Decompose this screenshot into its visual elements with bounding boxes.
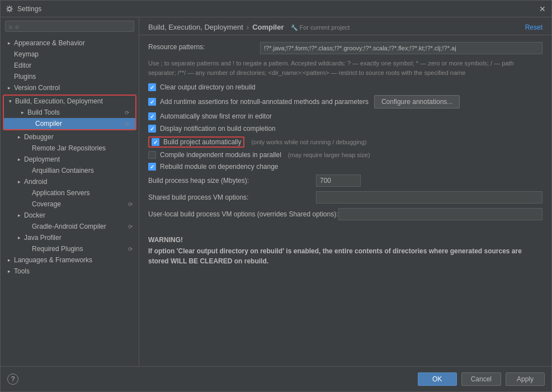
- warning-box: WARNING! If option 'Clear output directo…: [148, 232, 542, 271]
- sidebar-item-label: Application Servers: [32, 189, 134, 197]
- shared-vm-input[interactable]: [316, 191, 542, 204]
- sidebar-item-coverage[interactable]: Coverage ⟳: [1, 199, 139, 210]
- sidebar-item-label: Android: [24, 178, 134, 186]
- settings-icon: [5, 4, 14, 13]
- sync-icon-coverage: ⟳: [126, 200, 134, 208]
- tree-arrow-vc: [5, 84, 13, 92]
- configure-annotations-button[interactable]: Configure annotations...: [374, 95, 460, 108]
- cancel-button[interactable]: Cancel: [461, 372, 501, 386]
- sidebar-item-version-control[interactable]: Version Control: [1, 82, 139, 93]
- tree-arrow-android: [15, 178, 23, 186]
- rebuild-dependency-row: Rebuild module on dependency change: [148, 162, 542, 171]
- compile-parallel-row: Compile independent modules in parallel …: [148, 151, 542, 159]
- tree-view: Appearance & Behavior Keymap Editor Plug…: [1, 35, 139, 366]
- ok-button[interactable]: OK: [418, 372, 457, 386]
- tree-arrow-tools: [5, 267, 13, 275]
- sidebar-item-label: Gradle-Android Compiler: [32, 223, 126, 230]
- sidebar-item-app-servers[interactable]: Application Servers: [1, 187, 139, 199]
- sidebar-item-label: Languages & Frameworks: [14, 256, 134, 264]
- clear-output-label: Clear output directory on rebuild: [160, 83, 256, 91]
- sidebar-item-tools[interactable]: Tools: [1, 266, 139, 277]
- sidebar-item-appearance[interactable]: Appearance & Behavior: [1, 37, 139, 49]
- breadcrumb-current: Compiler: [252, 23, 284, 31]
- build-auto-checkbox[interactable]: [152, 138, 159, 146]
- footer: ? OK Cancel Apply: [1, 366, 551, 391]
- sidebar-item-compiler[interactable]: Compiler ⟳: [4, 118, 135, 129]
- tree-arrow-docker: [15, 211, 23, 219]
- display-notification-checkbox[interactable]: [148, 125, 156, 133]
- tree-arrow-deployment: [15, 155, 23, 163]
- heap-size-input[interactable]: [316, 174, 361, 187]
- search-box[interactable]: ⌕: [5, 21, 134, 32]
- help-text: Use ; to separate patterns and ! to nega…: [148, 59, 542, 77]
- build-auto-note: (only works while not running / debuggin…: [251, 139, 366, 145]
- sidebar-item-label: Editor: [14, 62, 134, 69]
- heap-size-label: Build process heap size (Mbytes):: [148, 177, 316, 185]
- user-vm-input[interactable]: [338, 208, 543, 220]
- sidebar-item-build-execution[interactable]: Build, Execution, Deployment: [4, 96, 135, 107]
- sidebar-item-label: Appearance & Behavior: [14, 39, 134, 47]
- sidebar-item-label: Arquillian Containers: [32, 167, 134, 174]
- rebuild-dependency-label: Rebuild module on dependency change: [160, 163, 279, 171]
- sidebar-item-editor[interactable]: Editor: [1, 60, 139, 71]
- sidebar-item-android[interactable]: Android: [1, 176, 139, 187]
- sidebar-item-remote-jar[interactable]: Remote Jar Repositories: [1, 143, 139, 154]
- dialog-content: ⌕ Appearance & Behavior Keymap Editor: [1, 17, 551, 366]
- search-icon: ⌕: [9, 23, 13, 30]
- apply-button[interactable]: Apply: [506, 372, 545, 386]
- sidebar-item-plugins[interactable]: Plugins: [1, 71, 139, 82]
- sidebar-item-keymap[interactable]: Keymap: [1, 49, 139, 60]
- sidebar-item-label: Deployment: [24, 155, 134, 163]
- show-first-error-row: Automatically show first error in editor: [148, 112, 542, 121]
- reset-link[interactable]: Reset: [525, 23, 542, 31]
- sidebar-item-deployment[interactable]: Deployment: [1, 154, 139, 165]
- build-auto-highlight: Build project automatically: [148, 136, 244, 148]
- footer-left: ?: [7, 374, 18, 385]
- window-title: Settings: [17, 5, 538, 13]
- runtime-assertions-row: Add runtime assertions for notnull-annot…: [148, 95, 542, 108]
- close-button[interactable]: ✕: [538, 4, 547, 13]
- display-notification-label: Display notification on build completion: [160, 125, 276, 133]
- clear-output-row: Clear output directory on rebuild: [148, 83, 542, 92]
- sidebar-item-languages[interactable]: Languages & Frameworks: [1, 254, 139, 266]
- title-bar: Settings ✕: [1, 1, 551, 17]
- shared-vm-row: Shared build process VM options:: [148, 191, 542, 204]
- sidebar-item-java-profiler[interactable]: Java Profiler: [1, 232, 139, 243]
- svg-point-0: [8, 7, 11, 11]
- runtime-assertions-checkbox[interactable]: [148, 98, 156, 106]
- warning-title: WARNING!: [148, 236, 542, 244]
- main-content: Resource patterns: Use ; to separate pat…: [139, 35, 551, 366]
- heap-size-row: Build process heap size (Mbytes):: [148, 174, 542, 187]
- help-button[interactable]: ?: [7, 374, 18, 385]
- sidebar-item-label: Coverage: [32, 200, 126, 208]
- show-first-error-checkbox[interactable]: [148, 112, 156, 120]
- runtime-assertions-label: Add runtime assertions for notnull-annot…: [160, 98, 369, 106]
- for-project-label: For current project: [291, 24, 350, 31]
- search-input[interactable]: [15, 22, 130, 30]
- clear-output-checkbox[interactable]: [148, 83, 156, 91]
- sidebar-item-gradle-android[interactable]: Gradle-Android Compiler ⟳: [1, 221, 139, 232]
- footer-buttons: OK Cancel Apply: [418, 372, 545, 386]
- sidebar-item-label: Required Plugins: [32, 245, 126, 253]
- rebuild-dependency-checkbox[interactable]: [148, 163, 156, 171]
- sync-icon: ⟳: [123, 108, 131, 116]
- sidebar-item-docker[interactable]: Docker: [1, 210, 139, 221]
- parallel-note: (may require larger heap size): [288, 152, 370, 158]
- breadcrumb-separator: ›: [247, 23, 249, 31]
- resource-patterns-input[interactable]: [260, 42, 542, 54]
- user-vm-label: User-local build process VM options (ove…: [148, 210, 338, 218]
- show-first-error-label: Automatically show first error in editor: [160, 112, 272, 120]
- breadcrumb: Build, Execution, Deployment › Compiler: [148, 23, 284, 31]
- compile-parallel-checkbox[interactable]: [148, 151, 156, 159]
- sidebar-item-label: Version Control: [14, 84, 134, 92]
- sync-icon-reqplugins: ⟳: [126, 245, 134, 253]
- display-notification-row: Display notification on build completion: [148, 124, 542, 133]
- sidebar-item-arquillian[interactable]: Arquillian Containers: [1, 165, 139, 176]
- sidebar-item-label: Remote Jar Repositories: [32, 144, 134, 152]
- sidebar-item-label: Java Profiler: [24, 234, 134, 242]
- sidebar-item-build-tools[interactable]: Build Tools ⟳: [4, 107, 135, 118]
- sidebar-item-required-plugins[interactable]: Required Plugins ⟳: [1, 243, 139, 254]
- tree-arrow-jprofiler: [15, 234, 23, 242]
- sidebar-item-debugger[interactable]: Debugger: [1, 131, 139, 143]
- sidebar: ⌕ Appearance & Behavior Keymap Editor: [1, 17, 139, 366]
